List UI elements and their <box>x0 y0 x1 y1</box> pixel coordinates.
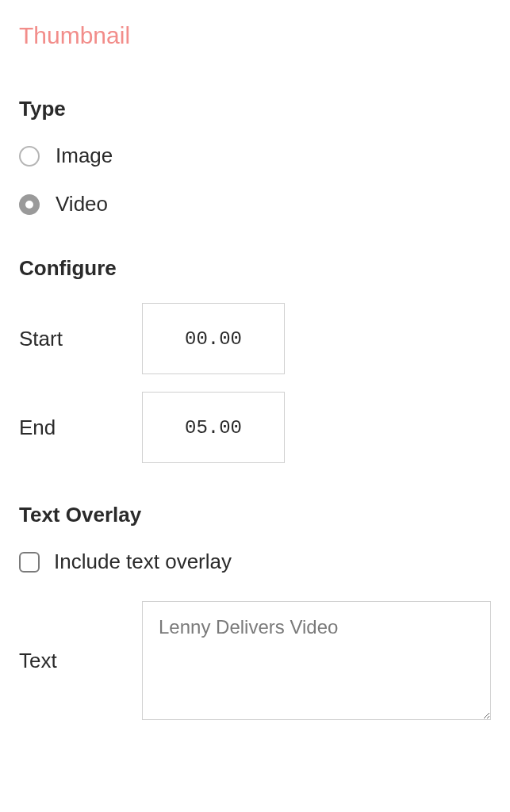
radio-dot-icon <box>25 201 33 209</box>
overlay-heading: Text Overlay <box>19 503 491 527</box>
radio-label-image: Image <box>56 144 113 168</box>
start-input[interactable] <box>142 303 285 374</box>
thumbnail-settings-panel: Thumbnail Type Image Video Configure Sta… <box>0 0 510 739</box>
start-label: Start <box>19 327 142 351</box>
start-field-row: Start <box>19 303 491 374</box>
include-overlay-label: Include text overlay <box>54 550 232 574</box>
text-overlay-section: Text Overlay Include text overlay Text <box>19 503 491 720</box>
overlay-text-row: Text <box>19 601 491 720</box>
radio-icon <box>19 146 40 167</box>
radio-option-image[interactable]: Image <box>19 144 491 168</box>
radio-label-video: Video <box>56 192 108 216</box>
end-field-row: End <box>19 392 491 463</box>
checkbox-icon <box>19 552 40 573</box>
end-label: End <box>19 416 142 440</box>
include-overlay-checkbox-row[interactable]: Include text overlay <box>19 550 491 574</box>
panel-title: Thumbnail <box>19 22 491 49</box>
overlay-text-input[interactable] <box>142 601 491 720</box>
configure-section: Configure Start End <box>19 256 491 463</box>
type-heading: Type <box>19 97 491 121</box>
radio-icon <box>19 194 40 215</box>
end-input[interactable] <box>142 392 285 463</box>
overlay-text-label: Text <box>19 649 142 673</box>
configure-heading: Configure <box>19 256 491 281</box>
radio-option-video[interactable]: Video <box>19 192 491 216</box>
